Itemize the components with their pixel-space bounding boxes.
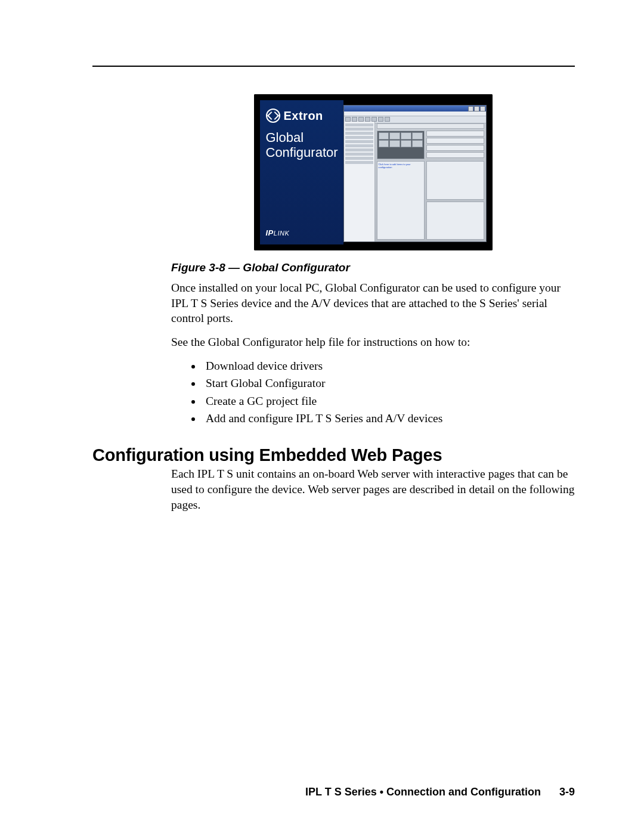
splash-title-l2: Configurator (266, 145, 338, 160)
panel-field (426, 131, 484, 137)
panel-field (426, 138, 484, 144)
section-heading: Configuration using Embedded Web Pages (92, 445, 575, 465)
paragraph-3: Each IPL T S unit contains an on-board W… (171, 466, 575, 512)
list-item: Add and configure IPL T S Series and A/V… (202, 411, 575, 426)
panel-layout (377, 131, 425, 159)
page-number: 3-9 (559, 786, 575, 798)
splash-title: Global Configurator (266, 130, 338, 160)
extron-logo: Extron (266, 109, 338, 123)
panel-area (426, 202, 484, 240)
panel-field (426, 145, 484, 151)
footer-text: IPL T S Series • Connection and Configur… (305, 786, 541, 798)
paragraph-2: See the Global Configurator help file fo… (171, 335, 575, 350)
panel-list: Click here to add items to your configur… (377, 161, 425, 240)
list-item: Start Global Configurator (202, 376, 575, 391)
extron-wordmark: Extron (284, 109, 323, 123)
window-titlebar (344, 106, 486, 112)
window-tabs (377, 123, 484, 129)
window-tree (344, 122, 375, 241)
iplink-ip: IP (266, 228, 274, 237)
splash-left-panel: Extron Global Configurator IPLINK (260, 100, 343, 244)
window-body: Click here to add items to your configur… (344, 122, 486, 241)
content-column-2: Each IPL T S unit contains an on-board W… (171, 466, 575, 512)
panel-hint: Click here to add items to your configur… (377, 162, 424, 170)
panel-field (426, 152, 484, 158)
figure-3-8: Extron Global Configurator IPLINK (254, 94, 493, 250)
bullet-list: Download device drivers Start Global Con… (171, 358, 575, 426)
document-page: Extron Global Configurator IPLINK (0, 0, 644, 833)
page-footer: IPL T S Series • Connection and Configur… (0, 786, 575, 798)
top-rule (92, 66, 575, 67)
splash-screenshot: Extron Global Configurator IPLINK (254, 94, 493, 250)
extron-mark-icon (266, 109, 280, 123)
window-menubar (344, 112, 486, 116)
iplink-link: LINK (274, 230, 289, 237)
window-main: Click here to add items to your configur… (375, 122, 486, 241)
splash-app-window: Click here to add items to your configur… (343, 105, 487, 242)
window-controls (468, 106, 485, 112)
iplink-logo: IPLINK (266, 228, 290, 237)
content-column: Extron Global Configurator IPLINK (171, 94, 575, 426)
figure-caption: Figure 3-8 — Global Configurator (171, 261, 575, 274)
panel-area (426, 161, 484, 200)
paragraph-1: Once installed on your local PC, Global … (171, 280, 575, 326)
list-item: Create a GC project file (202, 394, 575, 409)
list-item: Download device drivers (202, 358, 575, 374)
splash-title-l1: Global (266, 130, 304, 145)
